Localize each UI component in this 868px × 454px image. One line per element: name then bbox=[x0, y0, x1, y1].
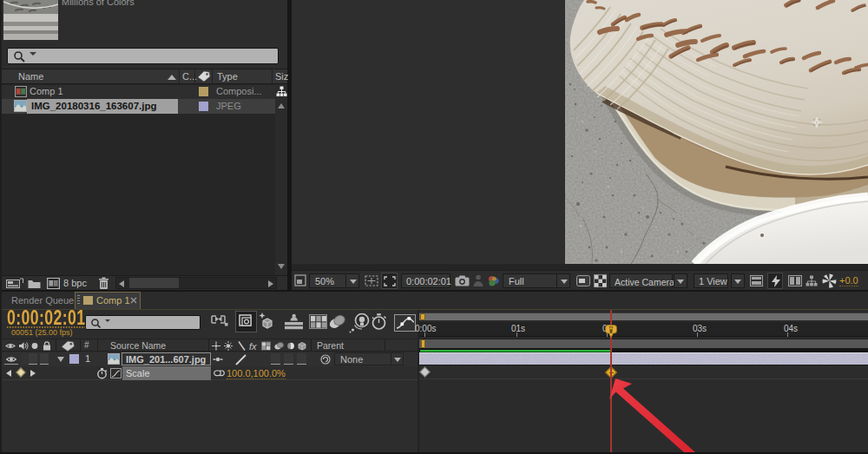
svg-text:fx: fx bbox=[249, 341, 257, 352]
